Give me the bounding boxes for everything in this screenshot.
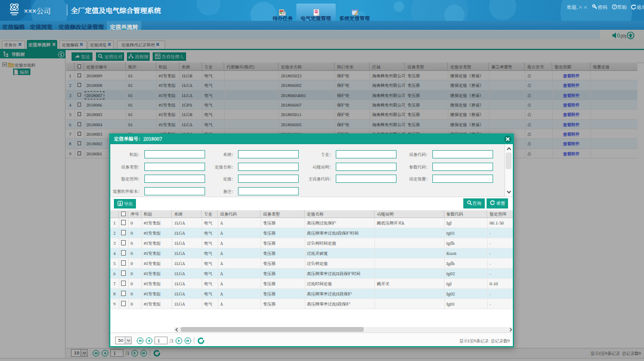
svg-text:?: ? <box>613 4 615 8</box>
